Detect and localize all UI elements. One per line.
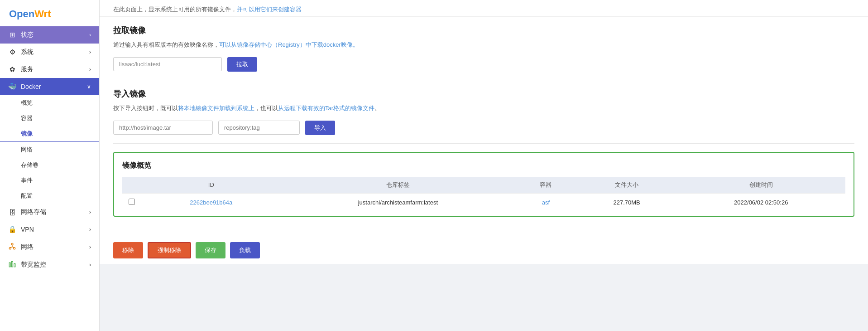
image-table: ID 仓库标签 容器 文件大小 创建时间 2262bee91b64a	[122, 177, 845, 211]
sidebar-item-network[interactable]: 网络 ›	[0, 238, 99, 256]
row-checkbox-cell	[122, 193, 141, 211]
table-header: ID 仓库标签 容器 文件大小 创建时间	[122, 177, 845, 194]
table-title: 镜像概览	[122, 161, 845, 170]
system-icon: ⚙	[8, 48, 16, 56]
col-container: 容器	[515, 177, 577, 194]
row-repo-tag: justarchi/archisteamfarm:latest	[281, 193, 515, 211]
vpn-icon: 🔒	[8, 225, 16, 234]
import-url-input[interactable]	[113, 121, 213, 135]
service-icon: ✿	[8, 65, 16, 73]
col-repo-tag: 仓库标签	[281, 177, 515, 194]
import-section-title: 导入镜像	[113, 88, 854, 99]
table-body: 2262bee91b64a justarchi/archisteamfarm:l…	[122, 193, 845, 211]
sidebar-sub-config[interactable]: 配置	[0, 188, 99, 204]
sidebar-item-docker[interactable]: 🐳 Docker ∨	[0, 78, 99, 95]
col-size: 文件大小	[577, 177, 677, 194]
network-arrow-icon: ›	[89, 244, 91, 250]
sidebar-item-vpn-label: VPN	[21, 226, 34, 233]
row-size: 227.70MB	[577, 193, 677, 211]
sidebar-item-service-label: 服务	[21, 65, 34, 73]
row-id-link[interactable]: 2262bee91b64a	[190, 199, 232, 206]
pull-input[interactable]	[113, 57, 222, 71]
content-area: 拉取镜像 通过输入具有相应版本的有效映像名称，可以从镜像存储中心（Registr…	[100, 17, 868, 237]
import-tag-input[interactable]	[218, 121, 300, 135]
service-arrow-icon: ›	[89, 66, 91, 73]
save-button[interactable]: 保存	[196, 242, 225, 258]
import-section: 导入镜像 按下导入按钮时，既可以将本地镜像文件加载到系统上，也可以从远程下载有效…	[113, 88, 854, 135]
sidebar-item-nas-label: 网络存储	[21, 208, 46, 216]
svg-point-0	[11, 243, 13, 245]
system-arrow-icon: ›	[89, 49, 91, 55]
sidebar-sub-volume[interactable]: 存储卷	[0, 157, 99, 173]
pull-form-row: 拉取	[113, 57, 854, 72]
page-description-link: 并可以用它们来创建容器	[237, 6, 302, 13]
sidebar-item-system[interactable]: ⚙ 系统 ›	[0, 44, 99, 61]
logo-wrt: Wrt	[34, 8, 51, 19]
pull-section-desc: 通过输入具有相应版本的有效映像名称，可以从镜像存储中心（Registry）中下载…	[113, 40, 854, 50]
table-row: 2262bee91b64a justarchi/archisteamfarm:l…	[122, 193, 845, 211]
docker-arrow-icon: ∨	[87, 83, 91, 90]
sidebar-item-service[interactable]: ✿ 服务 ›	[0, 61, 99, 78]
status-arrow-icon: ›	[89, 32, 91, 38]
action-bar: 移除 强制移除 保存 负载	[100, 237, 868, 264]
divider-2	[113, 143, 854, 144]
bandwidth-icon	[8, 260, 16, 269]
force-remove-button[interactable]: 强制移除	[148, 242, 191, 258]
sidebar-item-vpn[interactable]: 🔒 VPN ›	[0, 221, 99, 238]
sidebar: OpenWrt ⊞ 状态 › ⚙ 系统 › ✿ 服务 › 🐳 Docker ∨ …	[0, 0, 100, 331]
sidebar-item-docker-label: Docker	[21, 83, 41, 90]
sidebar-item-status-label: 状态	[21, 31, 34, 39]
import-form-row: 导入	[113, 121, 854, 135]
pull-section: 拉取镜像 通过输入具有相应版本的有效映像名称，可以从镜像存储中心（Registr…	[113, 25, 854, 72]
sidebar-sub-container[interactable]: 容器	[0, 111, 99, 126]
sidebar-item-system-label: 系统	[21, 48, 34, 56]
main-content: 在此页面上，显示系统上可用的所有镜像文件，并可以用它们来创建容器 拉取镜像 通过…	[100, 0, 868, 331]
pull-section-title: 拉取镜像	[113, 25, 854, 36]
load-button[interactable]: 负载	[230, 242, 260, 258]
image-overview-section: 镜像概览 ID 仓库标签 容器 文件大小 创建时间	[113, 152, 854, 217]
divider-1	[113, 80, 854, 80]
row-created: 2022/06/02 02:50:26	[676, 193, 845, 211]
logo-open: Open	[9, 8, 34, 19]
logo: OpenWrt	[0, 0, 99, 26]
svg-rect-6	[9, 263, 10, 267]
vpn-arrow-icon: ›	[89, 226, 91, 233]
col-created: 创建时间	[676, 177, 845, 194]
svg-line-4	[10, 247, 12, 248]
page-description: 在此页面上，显示系统上可用的所有镜像文件，并可以用它们来创建容器	[100, 0, 868, 17]
import-section-desc: 按下导入按钮时，既可以将本地镜像文件加载到系统上，也可以从远程下载有效的Tar格…	[113, 104, 854, 113]
row-checkbox[interactable]	[129, 199, 135, 205]
sidebar-item-network-label: 网络	[21, 243, 34, 251]
row-container: asf	[515, 193, 577, 211]
nas-arrow-icon: ›	[89, 209, 91, 215]
docker-icon: 🐳	[8, 83, 16, 91]
sidebar-item-bandwidth-label: 带宽监控	[21, 261, 46, 269]
sidebar-sub-network[interactable]: 网络	[0, 142, 99, 157]
sidebar-item-bandwidth[interactable]: 带宽监控 ›	[0, 256, 99, 273]
nas-icon: 🗄	[8, 209, 16, 216]
import-button[interactable]: 导入	[305, 121, 335, 135]
sidebar-item-nas[interactable]: 🗄 网络存储 ›	[0, 204, 99, 221]
row-container-link[interactable]: asf	[542, 199, 550, 206]
svg-rect-7	[12, 262, 13, 267]
sidebar-sub-event[interactable]: 事件	[0, 173, 99, 188]
sidebar-sub-overview[interactable]: 概览	[0, 95, 99, 111]
svg-line-5	[12, 247, 14, 248]
network-icon	[8, 243, 16, 251]
svg-rect-8	[14, 263, 15, 267]
sidebar-sub-image[interactable]: 镜像	[0, 126, 99, 142]
sidebar-item-status[interactable]: ⊞ 状态 ›	[0, 26, 99, 44]
remove-button[interactable]: 移除	[113, 242, 143, 258]
pull-button[interactable]: 拉取	[227, 57, 257, 72]
col-checkbox	[122, 177, 141, 194]
bandwidth-arrow-icon: ›	[89, 262, 91, 268]
status-icon: ⊞	[8, 31, 16, 39]
row-id: 2262bee91b64a	[141, 193, 281, 211]
col-id: ID	[141, 177, 281, 194]
